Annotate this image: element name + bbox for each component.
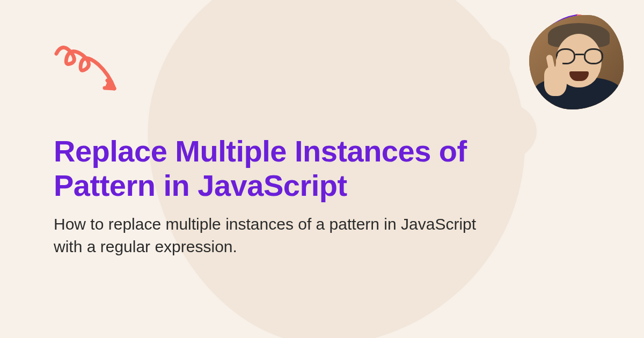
content-area: Replace Multiple Instances of Pattern in… (54, 134, 537, 258)
page-title: Replace Multiple Instances of Pattern in… (54, 134, 537, 203)
background-blob-small (459, 38, 510, 89)
page-subtitle: How to replace multiple instances of a p… (54, 213, 494, 258)
author-avatar (526, 11, 628, 113)
curly-arrow-icon (51, 38, 126, 97)
